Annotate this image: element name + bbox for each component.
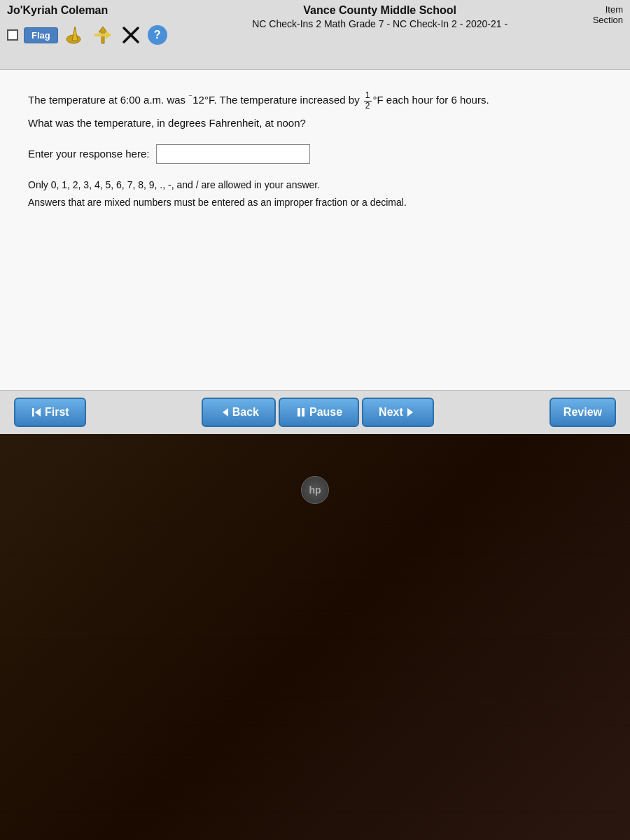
svg-rect-9 [298,408,300,416]
center-nav: Back Pause Next [202,398,434,427]
minimize-button[interactable]: — [603,6,616,20]
move-icon[interactable] [92,24,114,46]
review-button[interactable]: Review [550,398,616,427]
test-name: NC Check-Ins 2 Math Grade 7 - NC Check-I… [181,18,579,29]
svg-rect-6 [32,408,34,416]
constraint-line2: Answers that are mixed numbers must be e… [28,194,602,211]
hp-logo: hp [301,476,329,504]
constraints: Only 0, 1, 2, 3, 4, 5, 6, 7, 8, 9, ., -,… [28,176,602,211]
question-text: The temperature at 6:00 a.m. was ⁻12°F. … [28,91,602,132]
svg-rect-10 [302,408,304,416]
question-line2: What was the temperature, in degrees Fah… [28,115,602,132]
header-center: Vance County Middle School NC Check-Ins … [167,4,593,29]
school-name: Vance County Middle School [181,4,579,17]
footer-nav: First Back Pause Next [0,390,630,434]
flag-button[interactable]: Flag [24,27,58,43]
next-label: Next [379,406,403,419]
fraction-numerator: 1 [364,91,372,101]
next-button[interactable]: Next [362,398,434,427]
close-x-icon[interactable] [120,24,142,46]
response-area: Enter your response here: [28,144,602,164]
first-icon [31,407,42,418]
pointer-icon[interactable] [64,24,86,46]
help-icon[interactable]: ? [148,25,167,45]
pause-button[interactable]: Pause [279,398,359,427]
response-label: Enter your response here: [28,148,149,160]
svg-marker-11 [407,408,413,416]
keyboard-area: hp [0,434,630,840]
pause-icon [295,407,307,418]
main-content: The temperature at 6:00 a.m. was ⁻12°F. … [0,70,630,390]
svg-marker-8 [223,408,228,416]
back-icon [218,407,230,418]
svg-marker-1 [72,27,78,41]
fraction-denominator: 2 [364,102,372,111]
toolbar: Flag [7,24,167,46]
response-input[interactable] [156,144,310,164]
flag-checkbox[interactable] [7,29,18,41]
student-name: Jo'Kyriah Coleman [7,4,167,17]
fraction-display: 1 2 [364,91,372,110]
first-label: First [45,406,69,419]
header-left: Jo'Kyriah Coleman Flag [7,4,167,46]
first-button[interactable]: First [14,398,86,427]
app-window: — Jo'Kyriah Coleman Flag [0,0,630,434]
header: Jo'Kyriah Coleman Flag [0,0,630,70]
svg-marker-7 [35,408,41,416]
next-icon [406,407,417,418]
pause-label: Pause [309,406,342,419]
back-button[interactable]: Back [202,398,276,427]
constraint-line1: Only 0, 1, 2, 3, 4, 5, 6, 7, 8, 9, ., -,… [28,176,602,194]
back-label: Back [232,406,259,419]
